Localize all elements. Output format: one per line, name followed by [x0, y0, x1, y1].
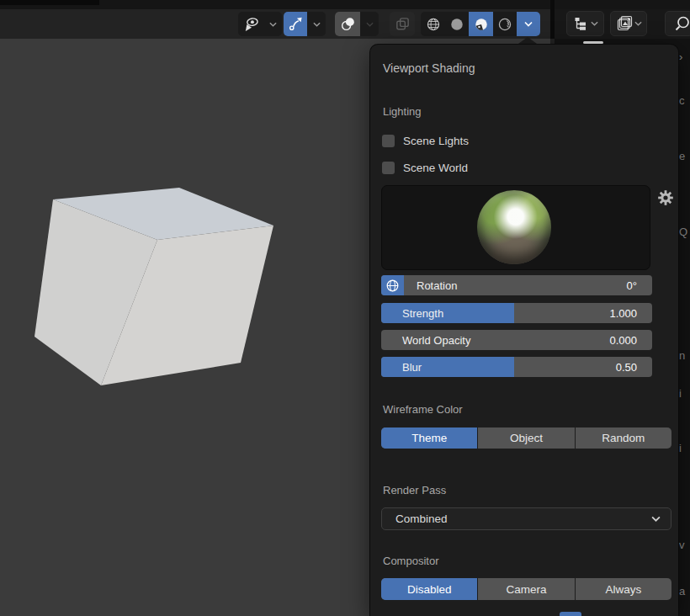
clipped-text-fragment: Q [679, 226, 687, 238]
panel-title: Viewport Shading [383, 61, 475, 75]
clipped-text-fragment: a [679, 585, 685, 597]
shading-mode-group [421, 12, 540, 36]
chevron-down-icon [313, 22, 321, 27]
shading-wireframe-button[interactable] [421, 12, 445, 36]
rotation-value: 0° [627, 279, 637, 292]
rotation-field[interactable]: Rotation 0° [381, 275, 652, 295]
viewport-shading-popover: Viewport Shading Lighting Scene Lights S… [370, 45, 678, 616]
editor-divider [550, 0, 555, 39]
material-preview-icon [474, 17, 489, 32]
hdri-preview-sphere[interactable] [477, 190, 551, 264]
object-visibility-group [238, 12, 282, 36]
compositor-always-option[interactable]: Always [576, 578, 671, 600]
lighting-section-label: Lighting [383, 105, 422, 118]
scene-lights-row: Scene Lights [382, 135, 469, 147]
chevron-down-icon [651, 516, 661, 522]
xray-group [390, 12, 415, 36]
clipped-text-fragment: n [679, 349, 685, 362]
object-visibility-dropdown[interactable] [263, 12, 282, 36]
display-mode-tree-icon [572, 15, 589, 32]
blur-slider[interactable]: Blur 0.50 [381, 357, 652, 377]
strength-label: Strength [402, 307, 443, 320]
compositor-camera-option[interactable]: Camera [478, 578, 575, 600]
shading-rendered-button[interactable] [493, 12, 517, 36]
display-mode-button[interactable] [566, 11, 604, 36]
image-stack-icon [616, 15, 633, 32]
wireframe-object-option[interactable]: Object [478, 427, 575, 449]
compositor-disabled-option[interactable]: Disabled [381, 578, 478, 600]
wireframe-color-label: Wireframe Color [383, 403, 463, 416]
topbar-dark-segment [0, 0, 99, 5]
rendered-shading-icon [497, 17, 512, 32]
blur-value: 0.50 [616, 361, 637, 374]
render-pass-dropdown[interactable]: Combined [381, 507, 671, 530]
render-pass-label: Render Pass [383, 484, 446, 497]
clipped-text-fragment: e [679, 150, 685, 162]
scene-world-label: Scene World [403, 162, 468, 174]
wireframe-color-segmented: Theme Object Random [381, 427, 671, 449]
strength-value: 1.000 [609, 307, 637, 320]
visibility-eye-icon [243, 16, 259, 32]
world-opacity-label: World Opacity [402, 334, 470, 347]
xray-icon [395, 16, 411, 32]
compositor-segmented: Disabled Camera Always [381, 578, 671, 600]
wireframe-theme-option[interactable]: Theme [381, 427, 478, 449]
clipped-text-fragment: i [679, 387, 682, 400]
search-button[interactable] [665, 11, 690, 36]
gear-icon[interactable] [657, 189, 674, 206]
clipped-text-fragment: v [679, 539, 685, 551]
overlays-dropdown[interactable] [360, 12, 379, 36]
toggle-xray-button[interactable] [390, 12, 415, 36]
scene-lights-label: Scene Lights [403, 135, 469, 147]
search-icon [674, 15, 690, 32]
wireframe-random-option[interactable]: Random [576, 427, 671, 449]
shading-dropdown-button[interactable] [517, 12, 540, 36]
show-gizmos-button[interactable] [284, 12, 307, 36]
scene-lights-checkbox[interactable] [382, 135, 395, 147]
scene-world-row: Scene World [382, 162, 468, 174]
cut-off-widget [560, 612, 581, 616]
rotation-label: Rotation [417, 279, 457, 292]
show-overlays-button[interactable] [335, 12, 360, 36]
clipped-text-fragment: c [679, 94, 685, 107]
overlays-icon [340, 16, 356, 32]
chevron-down-icon [591, 21, 598, 26]
shading-material-preview-button[interactable] [469, 12, 493, 36]
solid-shading-icon [449, 17, 464, 32]
chevron-down-icon [634, 21, 642, 26]
render-pass-value: Combined [395, 512, 448, 525]
chevron-down-icon [269, 22, 277, 27]
shading-solid-button[interactable] [445, 12, 469, 36]
chevron-down-icon [366, 22, 374, 27]
gizmos-group [284, 12, 326, 36]
clipped-text-fragment: › [679, 50, 682, 63]
world-opacity-slider[interactable]: World Opacity 0.000 [381, 330, 652, 350]
chevron-down-icon [524, 21, 533, 27]
wireframe-shading-icon [426, 17, 441, 32]
world-opacity-value: 0.000 [609, 334, 637, 347]
image-browser-button[interactable] [610, 11, 647, 36]
blender-window: ›ceQniiva Viewport Shading Lighting Scen… [0, 0, 690, 616]
topbar [0, 0, 690, 9]
compositor-label: Compositor [383, 555, 438, 567]
strength-slider[interactable]: Strength 1.000 [381, 303, 652, 323]
overlays-group [335, 12, 379, 36]
clipped-text-fragment: i [679, 442, 682, 454]
object-visibility-button[interactable] [238, 12, 263, 36]
scene-world-checkbox[interactable] [382, 162, 395, 174]
side-editor-highlight-bar [583, 41, 603, 44]
gizmos-dropdown[interactable] [307, 12, 326, 36]
gizmo-icon [288, 16, 304, 32]
blur-label: Blur [402, 361, 422, 374]
